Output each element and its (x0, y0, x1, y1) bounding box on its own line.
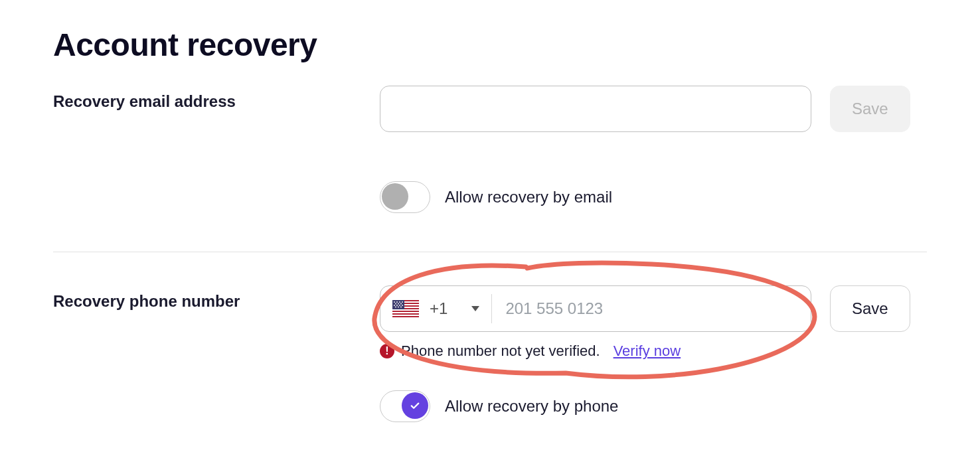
chevron-down-icon (471, 306, 479, 311)
allow-email-toggle-label: Allow recovery by email (445, 188, 612, 206)
save-phone-button[interactable]: Save (830, 285, 910, 332)
verify-now-link[interactable]: Verify now (613, 343, 681, 360)
phone-verify-message: ! Phone number not yet verified. Verify … (380, 343, 927, 360)
recovery-phone-row: Recovery phone number (53, 285, 927, 422)
allow-phone-toggle-label: Allow recovery by phone (445, 397, 618, 416)
svg-point-13 (398, 303, 399, 305)
recovery-email-label: Recovery email address (53, 92, 359, 111)
recovery-phone-field: +1 (380, 285, 811, 332)
svg-point-18 (402, 305, 403, 306)
phone-verify-text: Phone number not yet verified. (401, 343, 600, 360)
recovery-phone-label: Recovery phone number (53, 292, 359, 311)
allow-email-toggle[interactable] (380, 181, 430, 213)
svg-point-11 (402, 301, 403, 303)
svg-point-20 (398, 307, 399, 308)
recovery-phone-input[interactable] (492, 286, 811, 331)
svg-point-16 (396, 305, 398, 306)
us-flag-icon (392, 300, 419, 317)
svg-point-17 (399, 305, 400, 306)
svg-rect-4 (392, 309, 419, 311)
svg-rect-6 (392, 315, 419, 316)
svg-point-21 (400, 307, 402, 308)
save-email-button[interactable]: Save (830, 86, 910, 132)
alert-icon: ! (380, 344, 394, 358)
country-code-select[interactable]: +1 (380, 294, 492, 323)
svg-point-8 (394, 301, 395, 303)
allow-phone-toggle[interactable] (380, 390, 430, 422)
svg-point-10 (399, 301, 400, 303)
recovery-email-input[interactable] (380, 86, 811, 132)
page-title: Account recovery (53, 27, 927, 63)
svg-point-15 (394, 305, 395, 306)
svg-rect-7 (392, 300, 404, 309)
svg-point-12 (395, 303, 396, 305)
country-dial-code: +1 (430, 299, 448, 318)
svg-point-14 (400, 303, 402, 305)
svg-point-9 (396, 301, 398, 303)
section-divider (53, 252, 927, 252)
recovery-email-row: Recovery email address Save Allow recove… (53, 86, 927, 213)
svg-point-19 (395, 307, 396, 308)
check-icon (409, 400, 421, 412)
svg-rect-5 (392, 312, 419, 313)
